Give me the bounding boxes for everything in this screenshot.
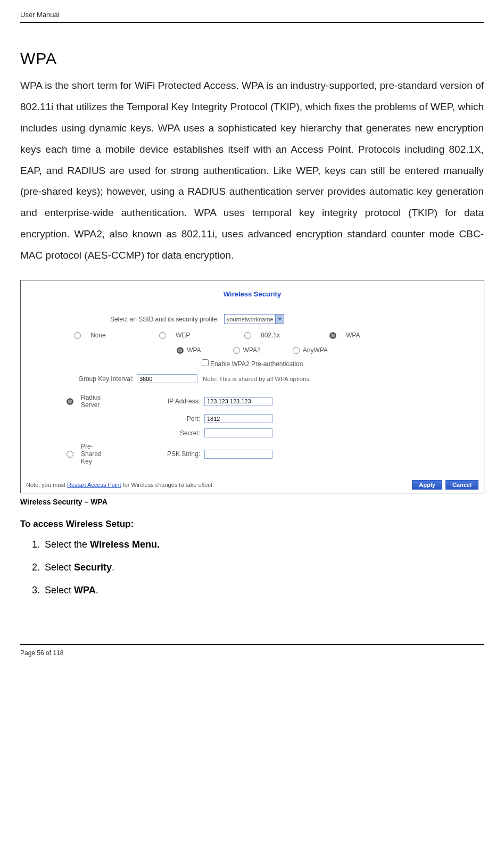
header-rule bbox=[20, 22, 484, 23]
wpa-sub-row: WPA WPA2 AnyWPA bbox=[21, 346, 484, 359]
footer-note: Note: you must Restart Access Point for … bbox=[26, 482, 409, 488]
secret-input[interactable] bbox=[204, 428, 272, 437]
ip-label: IP Address: bbox=[74, 398, 204, 405]
psk-string-input[interactable] bbox=[204, 450, 272, 459]
group-key-note: Note: This is shared by all WPA options. bbox=[203, 376, 311, 382]
radio-wpa[interactable] bbox=[329, 332, 336, 339]
footer-note-prefix: Note: you must bbox=[26, 482, 67, 488]
step3-prefix: Select bbox=[45, 585, 74, 595]
footer-rule bbox=[20, 644, 484, 645]
radio-anywpa-sub[interactable] bbox=[293, 347, 300, 354]
doc-header: User Manual bbox=[20, 11, 484, 22]
mode-8021x-label: 802.1x bbox=[261, 332, 280, 339]
radio-radius[interactable] bbox=[67, 398, 73, 405]
step-1: Select the Wireless Menu. bbox=[43, 539, 484, 550]
steps-list: Select the Wireless Menu. Select Securit… bbox=[22, 539, 484, 596]
restart-link[interactable]: Restart Access Point bbox=[67, 482, 121, 488]
port-input[interactable] bbox=[204, 414, 272, 423]
anywpa-sub-label: AnyWPA bbox=[303, 346, 328, 354]
radio-wpa-sub[interactable] bbox=[177, 347, 184, 354]
mode-none-label: None bbox=[90, 332, 106, 339]
footer-note-suffix: for Wireless changes to take effect. bbox=[121, 482, 214, 488]
section-title: WPA bbox=[20, 49, 484, 68]
step1-bold: Wireless Menu. bbox=[90, 539, 160, 550]
ssid-select-value[interactable]: yournetworkname bbox=[225, 316, 275, 322]
panel-title: Wireless Security bbox=[21, 280, 484, 314]
wpa2-sub-label: WPA2 bbox=[243, 346, 261, 354]
radio-8021x[interactable] bbox=[244, 332, 251, 339]
section-body: WPA is the short term for WiFi Protected… bbox=[20, 75, 484, 266]
step-3: Select WPA. bbox=[43, 585, 484, 596]
group-key-label: Group Key Interval: bbox=[21, 375, 137, 383]
ssid-label: Select an SSID and its security profile: bbox=[42, 316, 224, 323]
step1-prefix: Select the bbox=[45, 539, 90, 550]
ip-input[interactable] bbox=[204, 397, 272, 406]
group-key-input[interactable] bbox=[137, 374, 197, 383]
step3-suffix: . bbox=[96, 585, 98, 595]
psk-string-label: PSK String: bbox=[74, 450, 204, 458]
secret-label: Secret: bbox=[74, 429, 204, 437]
mode-wpa-label: WPA bbox=[346, 332, 360, 339]
wpa-sub-label: WPA bbox=[187, 346, 201, 354]
step-2: Select Security. bbox=[43, 562, 484, 573]
port-label: Port: bbox=[74, 415, 204, 423]
page-number: Page 56 of 118 bbox=[20, 649, 484, 657]
step3-bold: WPA bbox=[74, 585, 96, 595]
cancel-button[interactable]: Cancel bbox=[445, 480, 478, 490]
radio-none[interactable] bbox=[74, 332, 81, 339]
access-heading: To access Wireless Setup: bbox=[20, 519, 484, 530]
preauth-label: Enable WPA2 Pre-authentication bbox=[210, 360, 303, 368]
security-mode-row: None WEP 802.1x WPA bbox=[21, 332, 484, 346]
radio-wep[interactable] bbox=[159, 332, 166, 339]
apply-button[interactable]: Apply bbox=[412, 480, 442, 490]
chevron-down-icon[interactable] bbox=[275, 315, 284, 324]
preauth-checkbox[interactable] bbox=[202, 359, 209, 366]
step2-prefix: Select bbox=[45, 562, 74, 573]
radio-wpa2-sub[interactable] bbox=[233, 347, 240, 354]
radio-psk[interactable] bbox=[67, 451, 73, 458]
step2-bold: Security bbox=[74, 562, 112, 573]
wireless-security-panel: Wireless Security Select an SSID and its… bbox=[20, 280, 484, 493]
figure-caption: Wireless Security – WPA bbox=[20, 498, 484, 506]
step2-suffix: . bbox=[112, 562, 114, 573]
mode-wep-label: WEP bbox=[176, 332, 190, 339]
